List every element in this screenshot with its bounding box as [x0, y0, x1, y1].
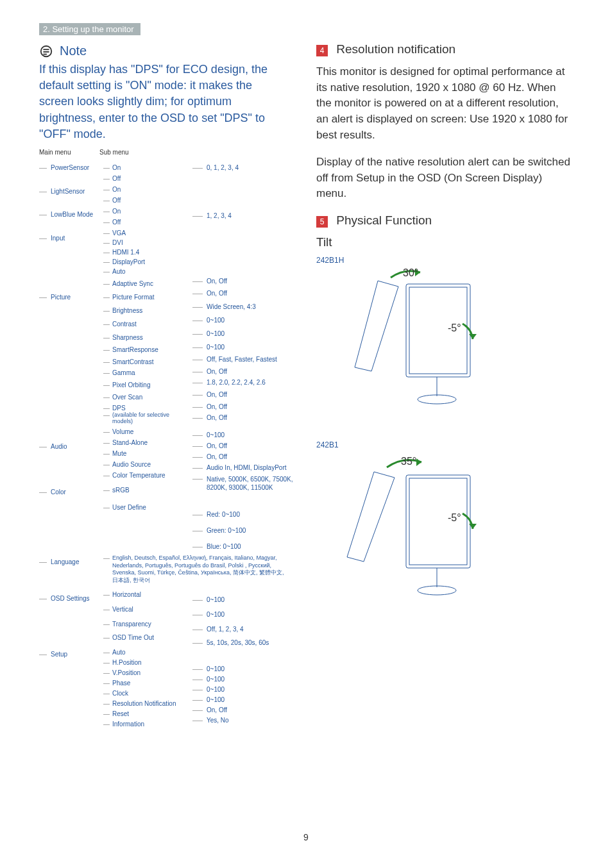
- val-pic-5: Off, Fast, Faster, Fastest: [192, 356, 302, 363]
- mitem-color: Color: [39, 488, 103, 496]
- sub-pic-6: SmartContrast: [103, 358, 187, 365]
- sub-au-1: Stand-Alone: [103, 439, 187, 446]
- step4-title-row: 4 Resolution notification: [316, 42, 573, 56]
- step5-title: Physical Function: [336, 213, 432, 227]
- sub-pic-2: Brightness: [103, 307, 187, 314]
- val-setup-6: Yes, No: [192, 717, 302, 724]
- sub-in-2: HDMI 1.4: [103, 249, 187, 256]
- step4-p2: Display of the native resolution alert c…: [316, 154, 573, 202]
- val-pic-6: On, Off: [192, 368, 302, 375]
- sub-au-2: Mute: [103, 450, 187, 457]
- osd-values-col: 0, 1, 2, 3, 4 1, 2, 3, 4 On, Off On, Off…: [192, 160, 302, 724]
- sub-setup-1: H.Position: [103, 659, 187, 666]
- mitem-lightsensor: LightSensor: [39, 188, 103, 195]
- sub-pic-7: Gamma: [103, 369, 187, 376]
- note-icon: [39, 44, 53, 58]
- sub-in-4: Auto: [103, 268, 187, 275]
- val-osd-3: 5s, 10s, 20s, 30s, 60s: [192, 639, 302, 646]
- val-setup-3: 0~100: [192, 686, 302, 693]
- val-pic-4: 0~100: [192, 344, 302, 351]
- sub-osd-1: Vertical: [103, 606, 187, 613]
- val-pic-9: On, Off: [192, 403, 302, 410]
- val-au-0: 0~100: [192, 431, 302, 438]
- val-pic-0: On, Off: [192, 290, 302, 297]
- step4-title: Resolution notification: [336, 42, 455, 56]
- sub-setup-0: Auto: [103, 649, 187, 656]
- val-osd-0: 0~100: [192, 596, 302, 603]
- step5-sub: Tilt: [316, 235, 573, 249]
- right-column: 4 Resolution notification This monitor i…: [316, 42, 573, 619]
- sub-pic-10: DPS: [103, 405, 187, 412]
- mitem-lowblue: LowBlue Mode: [39, 211, 103, 218]
- val-setup-1: 0~100: [192, 665, 302, 672]
- sub-au-0: Volume: [103, 428, 187, 435]
- header-sub: Sub menu: [99, 149, 129, 156]
- sub-pic-3: Contrast: [103, 321, 187, 328]
- val-osd-2: Off, 1, 2, 3, 4: [192, 626, 302, 633]
- tilt-1-back: -5°: [448, 512, 461, 523]
- sub-osd-0: Horizontal: [103, 591, 187, 598]
- note-body: If this display has "DPS" for ECO design…: [39, 62, 289, 142]
- sub-lb-off: Off: [103, 219, 187, 226]
- val-col-red: Red: 0~100: [192, 511, 302, 518]
- sub-in-3: DisplayPort: [103, 258, 187, 265]
- val-in4: On, Off: [192, 278, 302, 285]
- sub-col-1: sRGB: [103, 487, 187, 494]
- osd-main-menu-col: PowerSensor LightSensor LowBlue Mode Inp…: [39, 160, 103, 658]
- val-col-green: Green: 0~100: [192, 527, 302, 534]
- val-au-1: On, Off: [192, 442, 302, 449]
- val-col-blue: Blue: 0~100: [192, 543, 302, 550]
- header-main: Main menu: [39, 149, 99, 156]
- step5-badge: 5: [316, 216, 328, 228]
- sub-pic-1: Picture Format: [103, 294, 187, 301]
- tilt-0-back: -5°: [448, 322, 461, 333]
- sub-col-0: Color Temperature: [103, 472, 187, 479]
- val-setup-4: 0~100: [192, 696, 302, 703]
- mitem-setup: Setup: [39, 651, 103, 658]
- sub-osd-2: Transparency: [103, 621, 187, 628]
- sub-ps-off: Off: [103, 175, 187, 182]
- tilt-1-fwd: 35°: [401, 456, 416, 467]
- tilt-model-1: 242B1: [316, 440, 573, 449]
- sub-ls-on: On: [103, 186, 187, 193]
- note-title: Note: [60, 44, 87, 58]
- mitem-osd: OSD Settings: [39, 595, 103, 602]
- sub-setup-3: Phase: [103, 680, 187, 687]
- val-pic-7: 1.8, 2.0, 2.2, 2.4, 2.6: [192, 379, 302, 386]
- sub-setup-7: Information: [103, 721, 187, 728]
- val-pic-1: Wide Screen, 4:3: [192, 303, 302, 310]
- sub-setup-5: Resolution Notification: [103, 700, 187, 707]
- menu-col-headers: Main menu Sub menu: [39, 149, 129, 156]
- svg-point-13: [418, 586, 456, 595]
- sub-lb-on: On: [103, 208, 187, 215]
- sub-in-0: VGA: [103, 230, 187, 237]
- val-au-2: On, Off: [192, 453, 302, 460]
- mitem-picture: Picture: [39, 294, 103, 301]
- note-heading: Note: [39, 44, 87, 58]
- tilt-model-0: 242B1H: [316, 256, 573, 265]
- sub-pic-4: Sharpness: [103, 334, 187, 341]
- val-osd-1: 0~100: [192, 611, 302, 618]
- sub-setup-4: Clock: [103, 690, 187, 697]
- sub-pic-0: Adaptive Sync: [103, 280, 187, 287]
- mitem-input: Input: [39, 235, 103, 242]
- val-pic-2: 0~100: [192, 317, 302, 324]
- tilt-diagram-0: 30° -5°: [316, 265, 483, 431]
- sub-in-1: DVI: [103, 239, 187, 246]
- val-lb: 1, 2, 3, 4: [192, 212, 302, 219]
- step5-title-row: 5 Physical Function: [316, 213, 573, 228]
- sub-pic-dpsnote: (available for selective models): [103, 412, 187, 424]
- val-pic-10: On, Off: [192, 414, 302, 421]
- sub-col-2: User Define: [103, 504, 187, 511]
- sub-ps-on: On: [103, 164, 187, 171]
- sub-pic-5: SmartResponse: [103, 346, 187, 353]
- sub-pic-8: Pixel Orbiting: [103, 381, 187, 388]
- mitem-audio: Audio: [39, 443, 103, 450]
- svg-point-7: [418, 395, 456, 404]
- mitem-powersensor: PowerSensor: [39, 164, 103, 171]
- val-au-3: Audio In, HDMI, DisplayPort: [192, 464, 302, 471]
- val-col-0: Native, 5000K, 6500K, 7500K, 8200K, 9300…: [192, 475, 302, 492]
- sub-pic-9: Over Scan: [103, 394, 187, 401]
- tilt-0-fwd: 30°: [403, 267, 418, 278]
- page-number: 9: [0, 832, 612, 842]
